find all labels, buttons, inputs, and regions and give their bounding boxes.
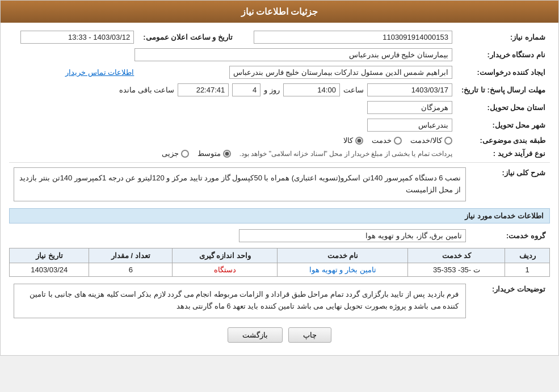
col-header-qty: تعداد / مقدار xyxy=(89,248,173,263)
description-label: شرح کلی نیاز: xyxy=(470,165,550,204)
category-radio-group: کالا/خدمت خدمت کالا xyxy=(14,136,452,145)
service-group-value: تامین برق، گاز، بخار و تهویه هوا xyxy=(239,229,466,242)
purchase-type-option-motavasset[interactable]: متوسط xyxy=(197,149,231,158)
service-group-table: گروه خدمت: تامین برق، گاز، بخار و تهویه … xyxy=(9,227,550,245)
purchase-type-label-motavasset: متوسط xyxy=(197,149,221,158)
info-table: شماره نیاز: 1103091914000153 تاریخ و ساع… xyxy=(9,28,550,160)
requester-org-value: بیمارستان خلیج فارس بندرعباس xyxy=(135,48,452,61)
category-option-kala[interactable]: کالا xyxy=(343,136,363,145)
services-table-header: ردیف کد خدمت نام خدمت واحد اندازه گیری ت… xyxy=(10,248,550,263)
response-days-label: روز و xyxy=(264,86,280,94)
need-number-label: شماره نیاز: xyxy=(457,28,550,46)
province-value: هرمزگان xyxy=(367,101,452,114)
service-group-label: گروه خدمت: xyxy=(470,227,550,245)
button-row: چاپ بازگشت xyxy=(9,321,550,349)
purchase-type-row: نوع فرآیند خرید : پرداخت تمام یا بخشی از… xyxy=(9,147,550,160)
response-time-label: ساعت xyxy=(343,86,364,94)
response-deadline-label: مهلت ارسال پاسخ: تا تاریخ: xyxy=(457,81,550,99)
print-button[interactable]: چاپ xyxy=(288,327,331,343)
category-option-khedmat[interactable]: خدمت xyxy=(372,136,402,145)
cell-name: تامین بخار و تهویه هوا xyxy=(278,263,408,277)
category-option-kala-khedmat[interactable]: کالا/خدمت xyxy=(410,136,452,145)
buyer-notes-table: توضیحات خریدار: فرم بازدید پس از تایید ب… xyxy=(9,281,550,321)
cell-unit: دستگاه xyxy=(173,263,278,277)
requester-creator-value: ابراهیم شمس الدین مسئول تداركات بیمارستا… xyxy=(229,66,452,79)
category-row: طبقه بندی موضوعی: کالا/خدمت خدمت xyxy=(9,134,550,147)
purchase-type-radio-motavasset xyxy=(223,150,231,158)
back-button[interactable]: بازگشت xyxy=(228,327,283,343)
response-deadline-row: مهلت ارسال پاسخ: تا تاریخ: 1403/03/17 سا… xyxy=(9,81,550,99)
deadline-row: 1403/03/17 ساعت 14:00 روز و 4 22:47:41 س… xyxy=(14,83,452,96)
category-radio-kala-khedmat xyxy=(444,137,452,145)
cell-row: 1 xyxy=(505,263,550,277)
cell-date: 1403/03/24 xyxy=(10,263,89,277)
response-days: 4 xyxy=(232,83,260,96)
description-row: شرح کلی نیاز: نصب 6 دستگاه کمپرسور 140تن… xyxy=(9,165,550,204)
requester-creator-row: ایجاد کننده درخواست: ابراهیم شمس الدین م… xyxy=(9,64,550,81)
page-wrapper: جزئیات اطلاعات نیاز شماره نیاز: 11030919… xyxy=(0,0,559,356)
need-number-value: 1103091914000153 xyxy=(254,31,452,44)
col-header-code: کد خدمت xyxy=(408,248,505,263)
response-remaining-label: ساعت باقی مانده xyxy=(119,86,174,94)
header-title: جزئیات اطلاعات نیاز xyxy=(241,7,318,16)
category-radio-kala xyxy=(355,137,363,145)
cell-qty: 6 xyxy=(89,263,173,277)
requester-creator-label: ایجاد کننده درخواست: xyxy=(457,64,550,81)
contact-link[interactable]: اطلاعات تماس خریدار xyxy=(65,68,134,77)
cell-code: ت -35- 353-35 xyxy=(408,263,505,277)
announce-date-value: 1403/03/12 - 13:33 xyxy=(20,31,134,44)
buyer-notes-row: توضیحات خریدار: فرم بازدید پس از تایید ب… xyxy=(9,281,550,321)
province-row: استان محل تحویل: هرمزگان xyxy=(9,99,550,116)
response-time: 14:00 xyxy=(283,83,340,96)
category-radio-khedmat xyxy=(394,137,402,145)
purchase-type-label-jozi: جزیی xyxy=(162,149,179,158)
response-remaining: 22:47:41 xyxy=(178,83,229,96)
province-label: استان محل تحویل: xyxy=(457,99,550,116)
col-header-unit: واحد اندازه گیری xyxy=(173,248,278,263)
services-section-title: اطلاعات خدمات مورد نیاز xyxy=(9,208,550,224)
col-header-row: ردیف xyxy=(505,248,550,263)
description-value: نصب 6 دستگاه کمپرسور 140تن اسکرو(تسویه ا… xyxy=(14,167,466,201)
page-header: جزئیات اطلاعات نیاز xyxy=(1,1,558,23)
purchase-type-note: پرداخت تمام یا بخشی از مبلغ خریدار از مح… xyxy=(239,150,452,158)
category-label: طبقه بندی موضوعی: xyxy=(457,134,550,147)
category-label-kala: کالا xyxy=(343,136,353,145)
requester-org-row: نام دستگاه خریدار: بیمارستان خلیج فارس ب… xyxy=(9,46,550,64)
announce-date-label: تاریخ و ساعت اعلان عمومی: xyxy=(138,28,237,46)
col-header-name: نام خدمت xyxy=(278,248,408,263)
city-value: بندرعباس xyxy=(367,119,452,132)
main-content: شماره نیاز: 1103091914000153 تاریخ و ساع… xyxy=(1,23,558,355)
purchase-type-radio-group: پرداخت تمام یا بخشی از مبلغ خریدار از مح… xyxy=(14,149,452,158)
purchase-type-option-jozi[interactable]: جزیی xyxy=(162,149,189,158)
city-label: شهر محل تحویل: xyxy=(457,116,550,134)
purchase-type-label: نوع فرآیند خرید : xyxy=(457,147,550,160)
buyer-notes-value: فرم بازدید پس از تایید بارگزاری گردد تما… xyxy=(14,284,466,318)
city-row: شهر محل تحویل: بندرعباس xyxy=(9,116,550,134)
need-number-row: شماره نیاز: 1103091914000153 تاریخ و ساع… xyxy=(9,28,550,46)
buyer-notes-label: توضیحات خریدار: xyxy=(470,281,550,321)
col-header-date: تاریخ نیاز xyxy=(10,248,89,263)
category-label-kala-khedmat: کالا/خدمت xyxy=(410,136,442,145)
service-group-row: گروه خدمت: تامین برق، گاز، بخار و تهویه … xyxy=(9,227,550,245)
description-table: شرح کلی نیاز: نصب 6 دستگاه کمپرسور 140تن… xyxy=(9,165,550,204)
divider-1 xyxy=(9,162,550,163)
table-row: 1 ت -35- 353-35 تامین بخار و تهویه هوا د… xyxy=(10,263,550,277)
response-date: 1403/03/17 xyxy=(367,83,452,96)
purchase-type-radio-jozi xyxy=(181,150,189,158)
services-table: ردیف کد خدمت نام خدمت واحد اندازه گیری ت… xyxy=(9,248,550,277)
requester-org-label: نام دستگاه خریدار: xyxy=(457,46,550,64)
category-label-khedmat: خدمت xyxy=(372,136,392,145)
